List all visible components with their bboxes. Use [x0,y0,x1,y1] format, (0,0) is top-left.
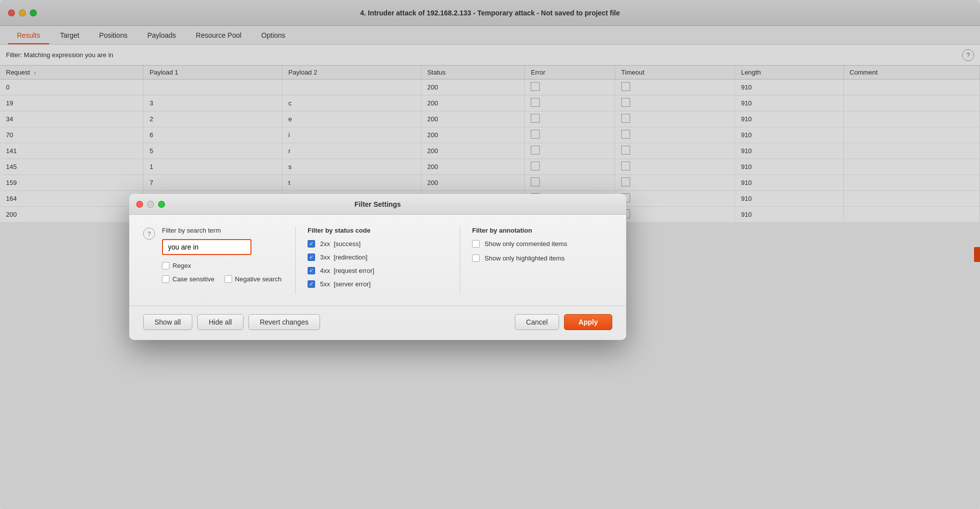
status-checkbox[interactable] [308,240,315,248]
negative-search-checkbox[interactable] [225,275,232,283]
search-input[interactable] [162,239,251,255]
case-sensitive-label: Case sensitive [172,275,215,283]
dialog-sections: ? Filter by search term Regex [143,227,612,294]
search-help-icon[interactable]: ? [143,228,155,240]
status-items: 2xx [success] 3xx [redirection] 4xx [req… [308,240,448,288]
dialog-minimize-button[interactable] [147,201,154,208]
annotation-label: Show only commented items [485,240,567,248]
regex-checkbox-label[interactable]: Regex [162,262,191,269]
annotation-item: Show only commented items [472,240,612,248]
annotation-checkbox[interactable] [472,240,480,248]
search-input-wrapper [162,239,283,255]
status-item: 2xx [success] [308,240,448,248]
status-checkbox[interactable] [308,280,315,288]
annotation-checkbox[interactable] [472,254,480,262]
dialog-controls [136,201,165,208]
status-item: 3xx [redirection] [308,254,448,261]
case-sensitive-checkbox-label[interactable]: Case sensitive [162,275,215,283]
footer-left: Show all Hide all Revert changes [143,314,320,330]
dialog-body: ? Filter by search term Regex [129,215,626,304]
status-item: 4xx [request error] [308,267,448,274]
footer-right: Cancel Apply [515,314,612,330]
status-code-label: 5xx [server error] [320,280,371,288]
status-code-label: 3xx [redirection] [320,254,367,261]
negative-search-checkbox-label[interactable]: Negative search [225,275,282,283]
dialog-maximize-button[interactable] [158,201,165,208]
annotation-label: Show only highlighted items [485,254,565,262]
annotation-section: Filter by annotation Show only commented… [472,227,612,294]
regex-label: Regex [172,262,191,269]
main-window: Number format 4. Intruder attack of 192.… [0,0,980,509]
dialog-close-button[interactable] [136,201,143,208]
filter-settings-dialog: Filter Settings ? Filter by search term [129,194,626,340]
search-content: Filter by search term Regex [162,227,283,283]
status-checkbox[interactable] [308,267,315,274]
revert-changes-button[interactable]: Revert changes [248,314,320,330]
annotation-section-label: Filter by annotation [472,227,612,234]
dialog-footer: Show all Hide all Revert changes Cancel … [129,306,626,340]
search-term-section: ? Filter by search term Regex [143,227,296,294]
cancel-button[interactable]: Cancel [515,314,560,330]
regex-checkbox[interactable] [162,262,169,269]
status-code-label: 4xx [request error] [320,267,374,274]
dialog-title-bar: Filter Settings [129,194,626,215]
case-sensitive-checkbox[interactable] [162,275,169,283]
status-section-label: Filter by status code [308,227,448,234]
status-item: 5xx [server error] [308,280,448,288]
annotation-item: Show only highlighted items [472,254,612,262]
dialog-title: Filter Settings [354,200,401,208]
checkboxes-row-2: Case sensitive Negative search [162,275,283,283]
negative-search-label: Negative search [235,275,282,283]
search-section: ? Filter by search term Regex [143,227,283,283]
annotation-items: Show only commented items Show only high… [472,240,612,262]
status-code-label: 2xx [success] [320,240,361,248]
show-all-button[interactable]: Show all [143,314,192,330]
hide-all-button[interactable]: Hide all [197,314,244,330]
status-code-section: Filter by status code 2xx [success] 3xx … [308,227,460,294]
checkboxes-row: Regex [162,262,283,269]
apply-button[interactable]: Apply [564,314,612,330]
status-checkbox[interactable] [308,254,315,261]
search-section-label: Filter by search term [162,227,283,234]
